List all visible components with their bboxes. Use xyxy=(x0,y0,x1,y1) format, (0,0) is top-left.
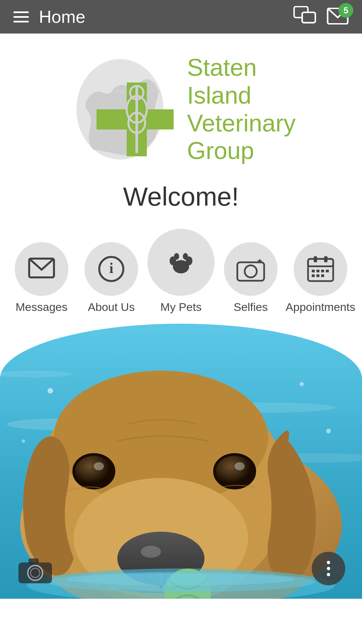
welcome-section: Welcome! xyxy=(0,171,362,215)
svg-rect-31 xyxy=(316,274,319,277)
menu-item-my-pets[interactable]: My Pets xyxy=(146,229,216,314)
svg-point-56 xyxy=(48,388,53,393)
about-us-label: About Us xyxy=(88,301,135,314)
menu-item-about-us[interactable]: i About Us xyxy=(76,242,146,314)
svg-point-55 xyxy=(67,573,295,585)
svg-rect-1 xyxy=(302,12,315,23)
more-options-button[interactable] xyxy=(312,552,345,585)
svg-rect-63 xyxy=(28,558,39,564)
navbar-left: Home xyxy=(13,7,85,27)
appointments-label: Appointments xyxy=(286,301,355,314)
navbar-right: 5 xyxy=(293,6,349,28)
svg-point-58 xyxy=(22,439,25,443)
appointments-circle-button[interactable] xyxy=(294,242,347,296)
mail-badge: 5 xyxy=(339,3,353,18)
logo-line4: Group xyxy=(187,137,254,165)
logo-image xyxy=(66,56,174,163)
dot2 xyxy=(327,567,330,570)
menu-item-messages[interactable]: Messages xyxy=(7,242,76,314)
svg-point-51 xyxy=(235,462,245,470)
svg-point-57 xyxy=(300,382,304,386)
navbar: Home 5 xyxy=(0,0,362,34)
svg-point-62 xyxy=(31,568,40,578)
my-pets-label: My Pets xyxy=(161,301,202,314)
mail-button[interactable]: 5 xyxy=(327,8,349,26)
svg-rect-25 xyxy=(324,256,327,262)
svg-point-18 xyxy=(183,253,188,260)
menu-item-appointments[interactable]: Appointments xyxy=(286,242,355,314)
svg-rect-23 xyxy=(308,259,333,266)
svg-rect-27 xyxy=(316,270,319,272)
welcome-text: Welcome! xyxy=(123,182,239,211)
svg-point-44 xyxy=(141,546,161,558)
hamburger-menu-button[interactable] xyxy=(13,11,29,22)
menu-item-selfies[interactable]: Selfies xyxy=(216,242,286,314)
dot1 xyxy=(327,561,330,564)
logo-line2: Island xyxy=(187,82,251,109)
my-pets-circle-button[interactable] xyxy=(147,229,215,296)
about-us-circle-button[interactable]: i xyxy=(84,242,138,296)
svg-rect-24 xyxy=(314,256,317,262)
dog-photo-section xyxy=(0,324,362,599)
svg-point-48 xyxy=(94,462,104,470)
logo-text: Staten Island Veterinary Group xyxy=(187,54,296,165)
svg-text:i: i xyxy=(109,260,113,276)
logo-line1: Staten xyxy=(187,54,257,82)
logo-section: Staten Island Veterinary Group xyxy=(0,34,362,171)
svg-rect-32 xyxy=(321,274,324,277)
navbar-title: Home xyxy=(39,7,85,27)
selfies-label: Selfies xyxy=(234,301,268,314)
messages-label: Messages xyxy=(16,301,68,314)
svg-point-59 xyxy=(326,429,331,433)
svg-rect-30 xyxy=(312,274,315,277)
camera-button[interactable] xyxy=(17,555,54,585)
chat-button[interactable] xyxy=(293,6,317,28)
svg-rect-29 xyxy=(326,270,329,272)
messages-circle-button[interactable] xyxy=(15,242,68,296)
logo-line3: Veterinary xyxy=(187,109,296,137)
svg-point-20 xyxy=(245,265,257,277)
svg-rect-26 xyxy=(312,270,315,272)
menu-circles: Messages i About Us My Pets xyxy=(0,215,362,320)
selfies-circle-button[interactable] xyxy=(224,242,278,296)
svg-point-17 xyxy=(174,253,179,260)
svg-rect-28 xyxy=(321,270,324,272)
dot3 xyxy=(327,573,330,576)
